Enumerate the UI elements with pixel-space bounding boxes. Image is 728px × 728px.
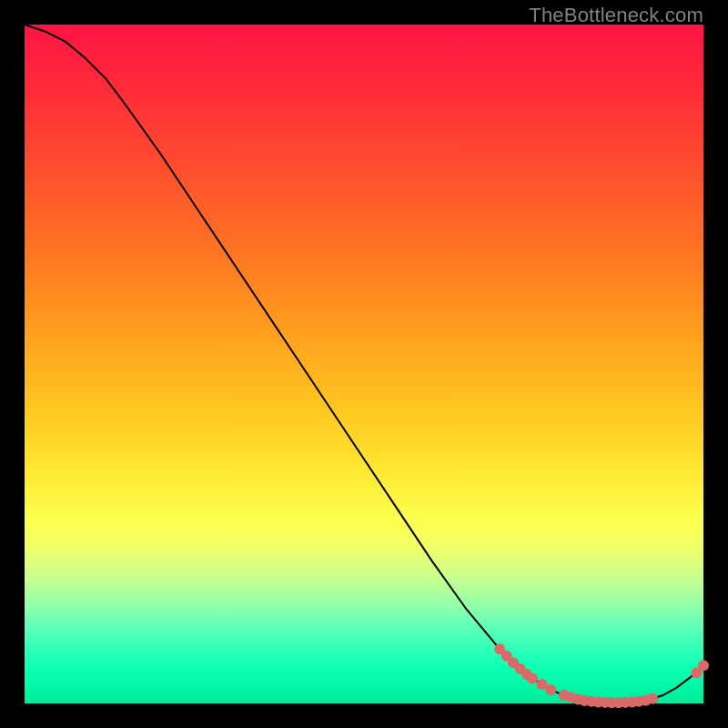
marker-group — [494, 643, 709, 708]
bottleneck-curve — [25, 25, 703, 703]
data-marker — [698, 660, 709, 671]
data-marker — [647, 693, 658, 704]
data-marker — [545, 684, 556, 695]
data-marker — [527, 672, 538, 683]
chart-plot — [25, 25, 703, 703]
